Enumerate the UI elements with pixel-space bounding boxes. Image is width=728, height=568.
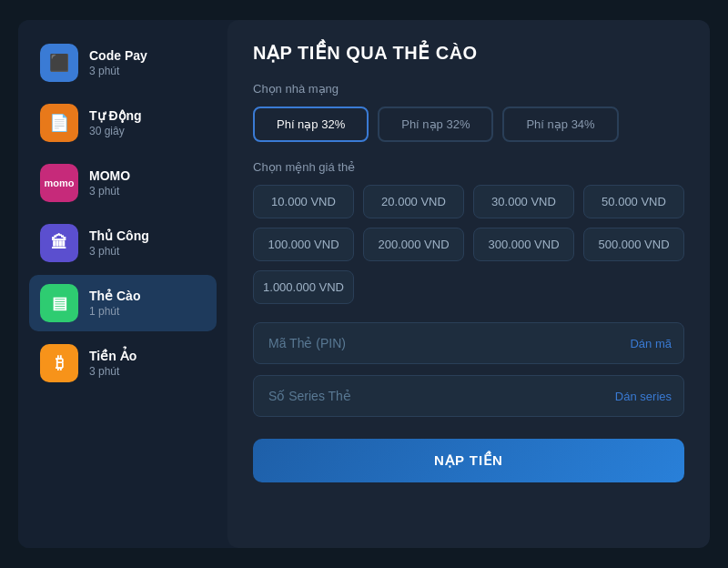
pin-input-wrapper: Dán mã <box>253 322 684 364</box>
network-section-label: Chọn nhà mạng <box>253 82 684 96</box>
denom-btn-d8[interactable]: 500.000 VND <box>583 228 684 261</box>
sidebar-item-thucong[interactable]: 🏛 Thủ Công 3 phút <box>29 215 217 271</box>
sidebar-item-name-codepay: Code Pay <box>89 48 147 63</box>
pin-paste-button[interactable]: Dán mã <box>630 337 672 350</box>
sidebar-item-time-tudong: 30 giây <box>89 125 142 137</box>
sidebar-item-name-thecao: Thẻ Cào <box>89 289 140 303</box>
denom-btn-d7[interactable]: 300.000 VND <box>473 228 574 261</box>
sidebar-item-momo[interactable]: momo MOMO 3 phút <box>29 155 217 211</box>
series-input-wrapper: Dán series <box>253 375 684 417</box>
submit-button[interactable]: NẠP TIỀN <box>253 439 684 482</box>
denom-btn-d1[interactable]: 10.000 VND <box>253 185 354 218</box>
app-container: ⬛ Code Pay 3 phút 📄 Tự Động 30 giây momo… <box>18 20 710 548</box>
pin-input[interactable] <box>253 322 684 364</box>
icon-thecao: ▤ <box>40 284 78 322</box>
sidebar-item-codepay[interactable]: ⬛ Code Pay 3 phút <box>29 35 217 91</box>
icon-codepay: ⬛ <box>40 44 78 82</box>
network-btn-net2[interactable]: Phí nạp 32% <box>378 106 493 142</box>
main-content: NẠP TIỀN QUA THẺ CÀO Chọn nhà mạng Phí n… <box>228 20 710 548</box>
series-paste-button[interactable]: Dán series <box>615 390 672 403</box>
sidebar-item-time-thecao: 1 phút <box>89 305 140 318</box>
denom-btn-d4[interactable]: 50.000 VND <box>583 185 684 218</box>
denom-section-label: Chọn mệnh giá thẻ <box>253 160 684 174</box>
sidebar-item-name-tudong: Tự Động <box>89 108 142 123</box>
icon-momo: momo <box>40 164 78 202</box>
denomination-grid: 10.000 VND20.000 VND30.000 VND50.000 VND… <box>253 185 684 304</box>
sidebar: ⬛ Code Pay 3 phút 📄 Tự Động 30 giây momo… <box>18 20 228 548</box>
sidebar-item-time-codepay: 3 phút <box>89 65 147 77</box>
network-options: Phí nạp 32%Phí nạp 32%Phí nạp 34% <box>253 106 684 142</box>
icon-thucong: 🏛 <box>40 224 78 262</box>
sidebar-item-name-thucong: Thủ Công <box>89 228 149 243</box>
denom-btn-d5[interactable]: 100.000 VND <box>253 228 354 261</box>
sidebar-item-name-tienao: Tiền Ảo <box>89 349 136 363</box>
icon-tudong: 📄 <box>40 104 78 142</box>
sidebar-item-time-momo: 3 phút <box>89 185 130 198</box>
page-title: NẠP TIỀN QUA THẺ CÀO <box>253 42 684 64</box>
sidebar-item-tienao[interactable]: ₿ Tiền Ảo 3 phút <box>29 335 217 391</box>
denom-btn-d9[interactable]: 1.000.000 VND <box>253 270 354 304</box>
denom-btn-d3[interactable]: 30.000 VND <box>473 185 574 218</box>
sidebar-item-name-momo: MOMO <box>89 168 130 183</box>
network-btn-net3[interactable]: Phí nạp 34% <box>502 106 618 142</box>
network-btn-net1[interactable]: Phí nạp 32% <box>253 106 369 142</box>
denom-btn-d2[interactable]: 20.000 VND <box>363 185 464 218</box>
denom-btn-d6[interactable]: 200.000 VND <box>363 228 464 261</box>
sidebar-item-thecao[interactable]: ▤ Thẻ Cào 1 phút <box>29 275 217 331</box>
sidebar-item-time-tienao: 3 phút <box>89 365 136 378</box>
sidebar-item-tudong[interactable]: 📄 Tự Động 30 giây <box>29 95 217 151</box>
icon-tienao: ₿ <box>40 344 78 382</box>
sidebar-item-time-thucong: 3 phút <box>89 245 149 258</box>
